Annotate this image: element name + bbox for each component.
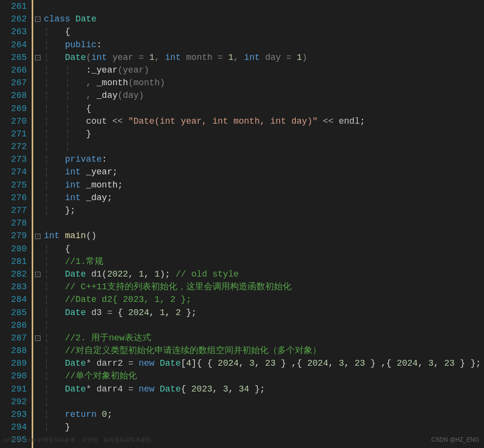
fold-toggle-icon[interactable]: - xyxy=(35,234,40,239)
code-line[interactable]: ¦ //单个对象初始化 xyxy=(44,370,484,382)
line-number: 266 xyxy=(0,64,27,76)
line-number: 293 xyxy=(0,408,27,421)
line-number: 265 xyxy=(0,51,27,64)
fold-toggle-icon[interactable]: - xyxy=(35,17,40,22)
code-line[interactable]: ¦ // C++11支持的列表初始化，这里会调用构造函数初始化 xyxy=(44,280,484,293)
line-number: 296 xyxy=(0,447,27,448)
code-area[interactable]: class Date¦ {¦ public:¦ Date(int year = … xyxy=(43,0,484,448)
line-number: 274 xyxy=(0,166,27,178)
watermark-right: CSDN @HZ_ENG xyxy=(431,433,479,446)
code-line[interactable]: ¦ ¦ xyxy=(44,140,484,153)
code-line[interactable]: ¦ Date* darr4 = new Date{ 2023, 3, 34 }; xyxy=(44,383,484,395)
line-number: 281 xyxy=(0,255,27,268)
line-number: 290 xyxy=(0,370,27,382)
line-number: 294 xyxy=(0,421,27,433)
fold-toggle-icon[interactable]: - xyxy=(35,272,40,277)
line-number: 287 xyxy=(0,332,27,344)
code-line[interactable]: ¦ //Date d2{ 2023, 1, 2 }; xyxy=(44,293,484,306)
code-line[interactable]: ¦ //1.常规 xyxy=(44,255,484,268)
line-number: 270 xyxy=(0,115,27,128)
code-line[interactable]: ¦ xyxy=(44,319,484,332)
code-line[interactable]: ¦ Date d1(2022, 1, 1); // old style xyxy=(44,268,484,280)
code-line[interactable]: ¦ ¦ , _month(month) xyxy=(44,76,484,89)
code-line[interactable] xyxy=(44,447,484,448)
code-line[interactable]: ¦ { xyxy=(44,243,484,255)
line-number: 279 xyxy=(0,229,27,242)
line-number: 277 xyxy=(0,204,27,217)
code-editor[interactable]: 2612622632642652662672682692702712722732… xyxy=(0,0,484,448)
code-line[interactable]: ¦ Date d3 = { 2024, 1, 2 }; xyxy=(44,306,484,319)
line-number: 275 xyxy=(0,179,27,191)
code-line[interactable]: ¦ }; xyxy=(44,204,484,217)
line-number: 284 xyxy=(0,293,27,306)
code-line[interactable]: ¦ { xyxy=(44,25,484,38)
code-line[interactable]: ¦ ¦ cout << "Date(int year, int month, i… xyxy=(44,115,484,128)
code-line[interactable]: ¦ public: xyxy=(44,38,484,51)
code-line[interactable]: ¦ int _year; xyxy=(44,166,484,178)
code-line[interactable] xyxy=(44,217,484,229)
line-number: 262 xyxy=(0,13,27,25)
line-number: 276 xyxy=(0,191,27,204)
code-line[interactable]: ¦ //对自定义类型初始化申请连续的数组空间并初始化（多个对象） xyxy=(44,344,484,357)
code-line[interactable] xyxy=(44,0,484,13)
line-number: 286 xyxy=(0,319,27,332)
line-number: 267 xyxy=(0,76,27,89)
code-line[interactable]: class Date xyxy=(44,13,484,25)
line-number: 263 xyxy=(0,25,27,38)
fold-toggle-icon[interactable]: - xyxy=(35,336,40,341)
code-line[interactable]: ¦ return 0; xyxy=(44,408,484,421)
line-number: 288 xyxy=(0,344,27,357)
line-number: 280 xyxy=(0,243,27,255)
line-number: 273 xyxy=(0,153,27,166)
line-number: 289 xyxy=(0,357,27,370)
code-line[interactable]: ¦ ¦ } xyxy=(44,128,484,140)
line-number: 268 xyxy=(0,89,27,102)
code-line[interactable]: ¦ int _month; xyxy=(44,179,484,191)
line-number: 261 xyxy=(0,0,27,13)
line-number: 292 xyxy=(0,395,27,408)
code-line[interactable]: ¦ xyxy=(44,395,484,408)
line-number: 264 xyxy=(0,38,27,51)
code-line[interactable]: ¦ ¦ { xyxy=(44,102,484,115)
line-number: 283 xyxy=(0,280,27,293)
line-number: 269 xyxy=(0,102,27,115)
line-number: 278 xyxy=(0,217,27,229)
fold-toggle-icon[interactable]: - xyxy=(35,55,40,60)
code-line[interactable]: ¦ Date* darr2 = new Date[4]{ { 2024, 3, … xyxy=(44,357,484,370)
line-number: 271 xyxy=(0,128,27,140)
code-line[interactable]: int main() xyxy=(44,229,484,242)
code-line[interactable]: ¦ //2. 用于new表达式 xyxy=(44,332,484,344)
code-line[interactable]: ¦ int _day; xyxy=(44,191,484,204)
watermark-left: nynetsec.com 的博客仅供参考 、非营销、如有侵权请联系删除。 xyxy=(3,433,157,446)
code-line[interactable]: ¦ private: xyxy=(44,153,484,166)
code-line[interactable]: ¦ ¦ , _day(day) xyxy=(44,89,484,102)
line-number: 282 xyxy=(0,268,27,280)
line-number-gutter: 2612622632642652662672682692702712722732… xyxy=(0,0,32,448)
line-number: 291 xyxy=(0,383,27,395)
line-number: 272 xyxy=(0,140,27,153)
code-line[interactable]: ¦ Date(int year = 1, int month = 1, int … xyxy=(44,51,484,64)
code-line[interactable]: ¦ } xyxy=(44,421,484,433)
fold-column: ----- xyxy=(33,0,43,448)
line-number: 285 xyxy=(0,306,27,319)
code-line[interactable]: ¦ ¦ :_year(year) xyxy=(44,64,484,76)
